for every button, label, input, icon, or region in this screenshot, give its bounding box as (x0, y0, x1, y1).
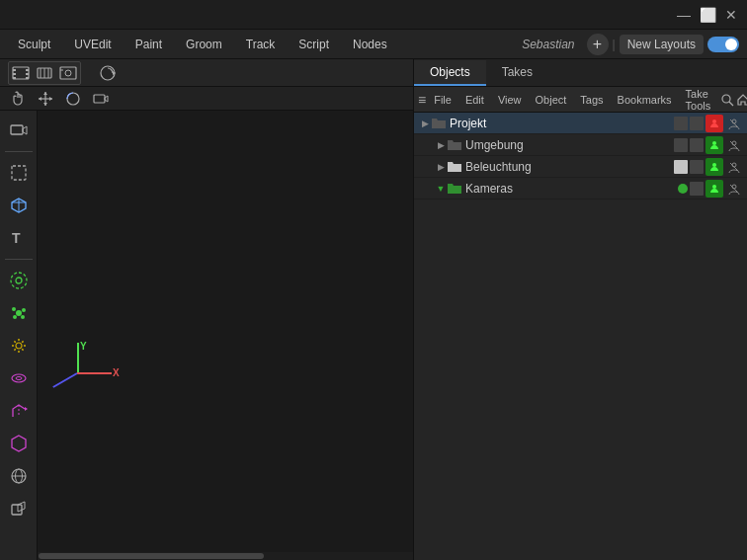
object-row-kameras[interactable]: ▼ Kameras (414, 178, 747, 200)
film-tool-2[interactable] (34, 63, 55, 83)
search-icon[interactable] (720, 90, 734, 110)
poly-tool[interactable] (3, 493, 35, 524)
menu-paint[interactable]: Paint (125, 34, 172, 55)
object-controls-umgebung (674, 136, 743, 154)
svg-marker-21 (49, 97, 52, 101)
minimize-button[interactable]: — (676, 7, 692, 23)
toolbar-view[interactable]: View (492, 92, 528, 108)
object-name-kameras: Kameras (465, 182, 678, 196)
cube-tool[interactable] (3, 190, 35, 221)
hexagon-tool[interactable] (3, 428, 35, 459)
toolbar-object[interactable]: Object (530, 92, 573, 108)
toolbar-bookmarks[interactable]: Bookmarks (612, 92, 678, 108)
lock-icon-beleuchtung[interactable] (725, 158, 743, 176)
globe-tool[interactable] (3, 460, 35, 492)
menu-track[interactable]: Track (236, 34, 286, 55)
object-row-projekt[interactable]: ▶ Projekt (414, 113, 747, 134)
tab-takes[interactable]: Takes (486, 60, 548, 86)
menu-nodes[interactable]: Nodes (343, 34, 397, 55)
menu-sculpt[interactable]: Sculpt (8, 34, 60, 55)
menu-uvedit[interactable]: UVEdit (64, 34, 121, 55)
object-name-projekt: Projekt (450, 117, 674, 130)
object-row-umgebung[interactable]: ▶ Umgebung (414, 134, 747, 156)
bend-tool[interactable] (3, 395, 35, 427)
refresh-tool[interactable] (97, 63, 119, 83)
viewport-area[interactable]: X Y (38, 111, 413, 560)
menu-bar: Sculpt UVEdit Paint Groom Track Script N… (0, 30, 747, 59)
panel-tabs: Objects Takes (414, 59, 747, 87)
new-layouts-toggle[interactable] (707, 37, 739, 52)
svg-point-49 (712, 120, 716, 123)
toolbar-take-tools[interactable]: Take Tools (680, 86, 717, 114)
svg-point-30 (16, 278, 22, 283)
gear-tool[interactable] (3, 330, 35, 361)
svg-point-36 (16, 343, 22, 349)
tab-objects[interactable]: Objects (414, 60, 486, 86)
film-tool-3[interactable] (57, 63, 79, 83)
obj-color-box2 (690, 160, 704, 174)
svg-rect-23 (94, 95, 105, 103)
separator: | (613, 38, 616, 51)
viewport-camera-icon[interactable] (3, 115, 35, 146)
new-layouts-button[interactable]: New Layouts (620, 35, 704, 54)
toolbar-tags[interactable]: Tags (574, 92, 609, 108)
object-list: ▶ Projekt (414, 113, 747, 560)
object-name-umgebung: Umgebung (465, 138, 674, 152)
visibility-badge-umgebung[interactable] (706, 136, 723, 154)
folder-icon-projekt (432, 117, 446, 130)
hand-action[interactable] (8, 90, 28, 108)
lock-icon-kameras[interactable] (725, 180, 743, 198)
visibility-badge-kameras[interactable] (706, 180, 723, 198)
expand-beleuchtung[interactable]: ▶ (434, 160, 448, 174)
svg-point-32 (12, 307, 16, 311)
close-button[interactable]: ✕ (723, 7, 739, 23)
svg-point-52 (712, 141, 716, 145)
menu-script[interactable]: Script (289, 34, 339, 55)
svg-point-31 (16, 310, 22, 316)
add-layout-button[interactable]: + (587, 34, 609, 55)
object-name-beleuchtung: Beleuchtung (465, 160, 674, 174)
svg-point-44 (722, 95, 730, 103)
maximize-button[interactable]: ⬜ (700, 7, 715, 23)
text-tool[interactable]: T (3, 222, 35, 254)
viewport-content: T (0, 111, 413, 560)
object-controls-projekt (674, 115, 743, 132)
lock-icon-umgebung[interactable] (725, 136, 743, 154)
toolbar-file[interactable]: File (428, 92, 457, 108)
visibility-badge-projekt[interactable] (706, 115, 723, 132)
expand-umgebung[interactable]: ▶ (434, 138, 448, 152)
svg-marker-19 (43, 103, 47, 106)
left-sidebar: T (0, 111, 38, 560)
camera-action[interactable] (91, 90, 111, 108)
toolbar-edit[interactable]: Edit (459, 92, 490, 108)
home-icon[interactable] (736, 90, 747, 110)
user-name: Sebastian (514, 38, 582, 51)
svg-rect-2 (13, 73, 16, 75)
object-controls-kameras (678, 180, 743, 198)
lock-icon-projekt[interactable] (725, 115, 743, 132)
rotate-action[interactable] (63, 90, 83, 108)
menu-icon[interactable]: ≡ (418, 90, 426, 110)
obj-color-box (674, 160, 688, 174)
scrollbar-thumb[interactable] (39, 553, 264, 559)
obj-color-box2 (690, 182, 704, 196)
svg-marker-18 (43, 92, 47, 95)
select-tool[interactable] (3, 157, 35, 189)
scatter-tool[interactable] (3, 297, 35, 329)
obj-color-box (674, 117, 688, 130)
menu-groom[interactable]: Groom (176, 34, 232, 55)
svg-point-58 (712, 185, 716, 189)
film-tool-1[interactable] (10, 63, 32, 83)
svg-marker-20 (39, 97, 42, 101)
folder-icon-beleuchtung (448, 160, 461, 174)
viewport-toolbar (0, 59, 413, 87)
selection-sphere-tool[interactable] (3, 265, 35, 296)
expand-kameras[interactable]: ▼ (434, 182, 448, 196)
visibility-badge-beleuchtung[interactable] (706, 158, 723, 176)
horizontal-scrollbar[interactable] (38, 552, 413, 560)
expand-projekt[interactable]: ▶ (418, 117, 432, 130)
move-action[interactable] (36, 90, 55, 108)
object-row-beleuchtung[interactable]: ▶ Beleuchtung (414, 156, 747, 178)
svg-rect-6 (26, 77, 29, 79)
torus-tool[interactable] (3, 362, 35, 394)
